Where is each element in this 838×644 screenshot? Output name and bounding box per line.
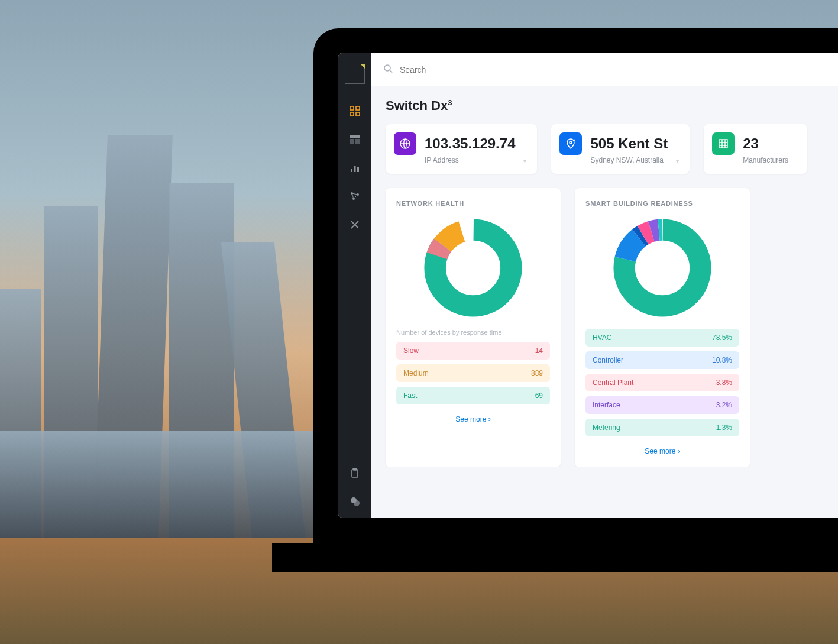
legend-row-slow[interactable]: Slow 14 — [396, 342, 550, 360]
legend-value: 3.8% — [716, 378, 732, 387]
svg-rect-3 — [356, 112, 360, 116]
kpi-label: IP Address — [425, 156, 515, 164]
card-caption: Number of devices by response time — [396, 329, 550, 336]
tools-icon[interactable] — [349, 219, 361, 231]
legend-label: Medium — [403, 369, 429, 377]
kpi-ip-address[interactable]: 103.35.129.74 IP Address ▾ — [386, 124, 537, 174]
kpi-label: Manufacturers — [743, 156, 788, 164]
laptop-base — [272, 543, 838, 572]
content: Switch Dx3 103.35.129.74 IP Address ▾ — [371, 86, 838, 467]
legend-value: 1.3% — [716, 423, 732, 432]
bar-chart-icon[interactable] — [349, 162, 361, 174]
svg-point-17 — [384, 65, 390, 71]
svg-rect-2 — [350, 112, 354, 116]
grid-plus-icon — [712, 132, 735, 155]
legend-value: 69 — [535, 391, 543, 400]
legend-row-fast[interactable]: Fast 69 — [396, 387, 550, 404]
legend-row-central-plant[interactable]: Central Plant 3.8% — [585, 374, 739, 391]
search-bar — [371, 53, 838, 86]
kpi-row: 103.35.129.74 IP Address ▾ 505 Kent St S… — [386, 124, 838, 174]
kpi-manufacturers[interactable]: 23 Manufacturers — [704, 124, 807, 174]
svg-rect-8 — [354, 166, 356, 172]
donut-chart-readiness — [585, 218, 739, 318]
legend-row-medium[interactable]: Medium 889 — [396, 364, 550, 382]
card-smart-building-readiness: SMART BUILDING READINESS — [575, 188, 750, 467]
legend-list: HVAC 78.5% Controller 10.8% Central Plan… — [585, 329, 739, 436]
svg-rect-5 — [350, 139, 354, 144]
kpi-address[interactable]: 505 Kent St Sydney NSW, Australia ▾ — [551, 124, 690, 174]
app-logo — [345, 64, 365, 84]
legend-row-controller[interactable]: Controller 10.8% — [585, 351, 739, 369]
chevron-down-icon: ▾ — [523, 158, 526, 164]
kpi-value: 505 Kent St — [590, 135, 668, 152]
svg-rect-7 — [351, 169, 352, 172]
legend-row-interface[interactable]: Interface 3.2% — [585, 396, 739, 414]
legend-list: Slow 14 Medium 889 Fast 69 — [396, 342, 550, 404]
card-title: NETWORK HEALTH — [396, 200, 550, 207]
legend-value: 14 — [535, 347, 543, 355]
clipboard-icon[interactable] — [349, 467, 361, 479]
legend-row-hvac[interactable]: HVAC 78.5% — [585, 329, 739, 347]
sidebar — [338, 53, 371, 518]
card-network-health: NETWORK HEALTH Number of devices by resp… — [386, 188, 561, 467]
location-pin-icon — [559, 132, 582, 155]
kpi-value: 103.35.129.74 — [425, 135, 515, 152]
chevron-down-icon: ▾ — [676, 158, 679, 164]
search-input[interactable] — [400, 65, 577, 75]
dashboard-icon[interactable] — [349, 105, 361, 117]
legend-value: 10.8% — [712, 356, 732, 364]
kpi-label: Sydney NSW, Australia — [590, 156, 668, 164]
legend-value: 889 — [531, 369, 543, 377]
layout-icon[interactable] — [349, 134, 361, 145]
donut-chart-network — [396, 218, 550, 318]
chat-icon[interactable] — [349, 496, 361, 507]
legend-label: Slow — [403, 347, 419, 355]
legend-label: Controller — [593, 356, 623, 364]
legend-row-metering[interactable]: Metering 1.3% — [585, 419, 739, 436]
svg-rect-13 — [352, 470, 358, 477]
main-area: Switch Dx3 103.35.129.74 IP Address ▾ — [371, 53, 838, 518]
svg-rect-1 — [356, 106, 360, 110]
svg-rect-4 — [350, 135, 360, 138]
page-title: Switch Dx3 — [386, 98, 838, 114]
see-more-link[interactable]: See more — [396, 415, 550, 423]
svg-rect-14 — [353, 468, 357, 470]
svg-rect-9 — [357, 167, 359, 172]
kpi-value: 23 — [743, 135, 788, 152]
svg-point-19 — [570, 141, 572, 144]
legend-label: Metering — [593, 423, 620, 432]
legend-label: Fast — [403, 391, 417, 400]
card-title: SMART BUILDING READINESS — [585, 200, 739, 207]
legend-value: 78.5% — [712, 334, 732, 342]
nodes-icon[interactable] — [349, 190, 361, 202]
search-icon — [383, 64, 393, 76]
card-row: NETWORK HEALTH Number of devices by resp… — [386, 188, 838, 467]
see-more-link[interactable]: See more — [585, 447, 739, 455]
svg-rect-6 — [355, 139, 360, 144]
legend-label: HVAC — [593, 334, 611, 342]
legend-label: Central Plant — [593, 378, 633, 387]
svg-point-16 — [354, 500, 360, 506]
legend-value: 3.2% — [716, 401, 732, 409]
page-title-main: Switch Dx — [386, 98, 448, 113]
app-screen: Switch Dx3 103.35.129.74 IP Address ▾ — [338, 53, 838, 518]
globe-icon — [394, 132, 416, 155]
svg-rect-0 — [350, 106, 354, 110]
svg-rect-20 — [719, 140, 727, 148]
legend-label: Interface — [593, 401, 620, 409]
page-title-sup: 3 — [448, 98, 452, 107]
laptop-frame: Switch Dx3 103.35.129.74 IP Address ▾ — [313, 28, 838, 543]
